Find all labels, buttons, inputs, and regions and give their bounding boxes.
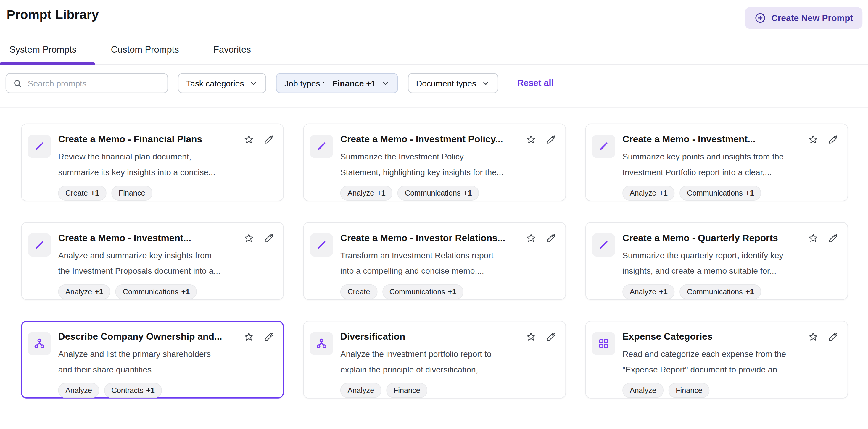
- document-types-dropdown[interactable]: Document types: [408, 73, 498, 93]
- star-icon: [808, 336, 818, 344]
- favorite-button[interactable]: [243, 233, 254, 244]
- page-title: Prompt Library: [6, 7, 98, 22]
- edit-button[interactable]: [828, 233, 838, 244]
- prompt-card[interactable]: Create a Memo - Financial Plans: [21, 124, 284, 201]
- favorite-button[interactable]: [526, 134, 536, 145]
- favorite-button[interactable]: [526, 233, 536, 244]
- tag-pill: Analyze+1: [340, 186, 393, 201]
- prompt-card[interactable]: Describe Company Ownership and...: [21, 321, 284, 398]
- tag-pill: Analyze: [340, 383, 381, 398]
- page-header: Prompt Library Create New Prompt: [0, 0, 868, 29]
- active-tab-underline: [0, 62, 95, 65]
- card-title: Create a Memo - Quarterly Reports: [622, 233, 802, 244]
- card-content: Create a Memo - Quarterly Reports: [622, 233, 838, 292]
- search-icon: [13, 78, 22, 88]
- prompt-card[interactable]: Expense Categories: [585, 321, 848, 398]
- card-tags: Analyze+1Communications+1: [622, 186, 838, 201]
- create-new-prompt-label: Create New Prompt: [771, 13, 853, 23]
- pen-icon: [592, 135, 615, 158]
- chevron-down-icon: [482, 79, 490, 87]
- card-description: Review the financial plan document, summ…: [58, 149, 274, 179]
- chevron-down-icon: [249, 79, 258, 87]
- reset-all-link[interactable]: Reset all: [517, 78, 554, 88]
- card-tags: Analyze+1Communications+1: [58, 284, 274, 299]
- tag-pill: Communications+1: [680, 186, 761, 201]
- card-actions: [526, 331, 557, 342]
- card-title: Describe Company Ownership and...: [58, 331, 238, 342]
- tag-pill: Analyze: [622, 383, 663, 398]
- favorite-button[interactable]: [243, 134, 254, 145]
- pen-icon: [310, 135, 333, 158]
- card-actions: [243, 233, 274, 244]
- search-input[interactable]: [27, 78, 162, 89]
- card-tags: Create+1Finance: [58, 186, 274, 201]
- hierarchy-icon: [310, 332, 333, 355]
- edit-button[interactable]: [546, 233, 556, 244]
- edit-button[interactable]: [546, 134, 556, 145]
- tab-favorites[interactable]: Favorites: [210, 44, 254, 64]
- edit-pencil-icon: [264, 336, 274, 344]
- edit-pencil-icon: [546, 336, 556, 344]
- card-tags: Analyze+1Communications+1: [622, 284, 838, 299]
- grid-icon: [592, 332, 615, 355]
- tag-pill: Create+1: [58, 186, 106, 201]
- star-icon: [526, 336, 536, 344]
- card-actions: [243, 134, 274, 145]
- card-description: Analyze and summarize key insights from …: [58, 248, 274, 278]
- card-title: Expense Categories: [622, 331, 802, 342]
- edit-button[interactable]: [828, 331, 838, 342]
- card-actions: [808, 331, 839, 342]
- prompt-card[interactable]: Create a Memo - Investor Relations...: [303, 222, 566, 300]
- prompt-grid: Create a Memo - Financial Plans: [0, 108, 868, 398]
- prompt-card[interactable]: Create a Memo - Investment Policy...: [303, 124, 566, 201]
- prompt-card[interactable]: Diversification: [303, 321, 566, 398]
- card-content: Create a Memo - Investment Policy...: [340, 134, 556, 193]
- card-content: Diversification: [340, 331, 556, 390]
- tag-pill: Create: [340, 284, 377, 299]
- card-description: Summarize the Investment Policy Statemen…: [340, 149, 556, 179]
- favorite-button[interactable]: [526, 331, 536, 342]
- tab-custom-prompts[interactable]: Custom Prompts: [107, 44, 182, 64]
- pen-icon: [28, 233, 51, 257]
- edit-button[interactable]: [264, 134, 274, 145]
- create-new-prompt-button[interactable]: Create New Prompt: [745, 7, 862, 29]
- edit-button[interactable]: [546, 331, 556, 342]
- prompt-card[interactable]: Create a Memo - Investment...: [21, 222, 284, 300]
- document-types-label: Document types: [416, 78, 476, 88]
- favorite-button[interactable]: [808, 331, 818, 342]
- card-content: Expense Categories: [622, 331, 838, 390]
- card-actions: [808, 233, 839, 244]
- star-icon: [243, 237, 254, 245]
- favorite-button[interactable]: [808, 233, 818, 244]
- edit-button[interactable]: [264, 233, 274, 244]
- pen-icon: [28, 135, 51, 158]
- task-categories-dropdown[interactable]: Task categories: [178, 73, 266, 93]
- edit-button[interactable]: [828, 134, 838, 145]
- card-content: Describe Company Ownership and...: [58, 331, 274, 390]
- card-tags: CreateCommunications+1: [340, 284, 556, 299]
- card-description: Summarize key points and insights from t…: [622, 149, 838, 179]
- job-types-label: Job types :: [284, 78, 324, 88]
- tag-pill: Communications+1: [398, 186, 479, 201]
- card-tags: AnalyzeFinance: [622, 383, 838, 398]
- favorite-button[interactable]: [808, 134, 818, 145]
- tag-pill: Communications+1: [116, 284, 197, 299]
- edit-button[interactable]: [264, 331, 274, 342]
- edit-pencil-icon: [546, 237, 556, 245]
- card-title: Create a Memo - Investment Policy...: [340, 134, 520, 145]
- card-title: Create a Memo - Investor Relations...: [340, 233, 520, 244]
- favorite-button[interactable]: [243, 331, 254, 342]
- pen-icon: [310, 233, 333, 257]
- card-content: Create a Memo - Investment...: [622, 134, 838, 193]
- card-title: Diversification: [340, 331, 520, 342]
- prompt-card[interactable]: Create a Memo - Quarterly Reports: [585, 222, 848, 300]
- prompt-card[interactable]: Create a Memo - Investment...: [585, 124, 848, 201]
- tag-pill: Contracts+1: [104, 383, 162, 398]
- job-types-dropdown[interactable]: Job types : Finance +1: [276, 73, 398, 93]
- star-icon: [526, 237, 536, 245]
- card-actions: [526, 134, 557, 145]
- tab-system-prompts[interactable]: System Prompts: [6, 44, 80, 64]
- edit-pencil-icon: [264, 138, 274, 147]
- search-box: [6, 73, 168, 93]
- card-tags: Analyze+1Communications+1: [340, 186, 556, 201]
